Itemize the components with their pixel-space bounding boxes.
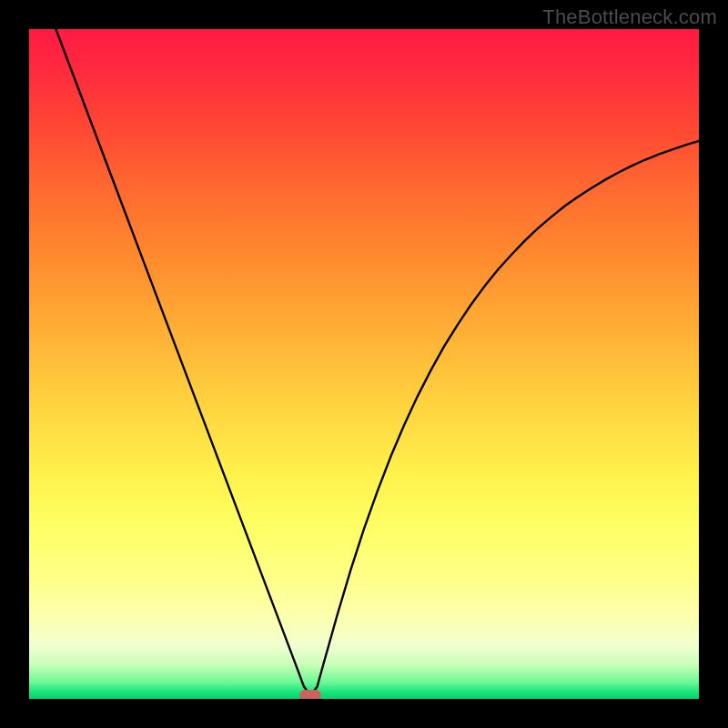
optimum-marker xyxy=(299,690,321,699)
chart-frame: TheBottleneck.com xyxy=(0,0,728,728)
plot-area xyxy=(29,29,699,699)
watermark-text: TheBottleneck.com xyxy=(542,5,717,29)
bottleneck-curve xyxy=(29,29,699,699)
